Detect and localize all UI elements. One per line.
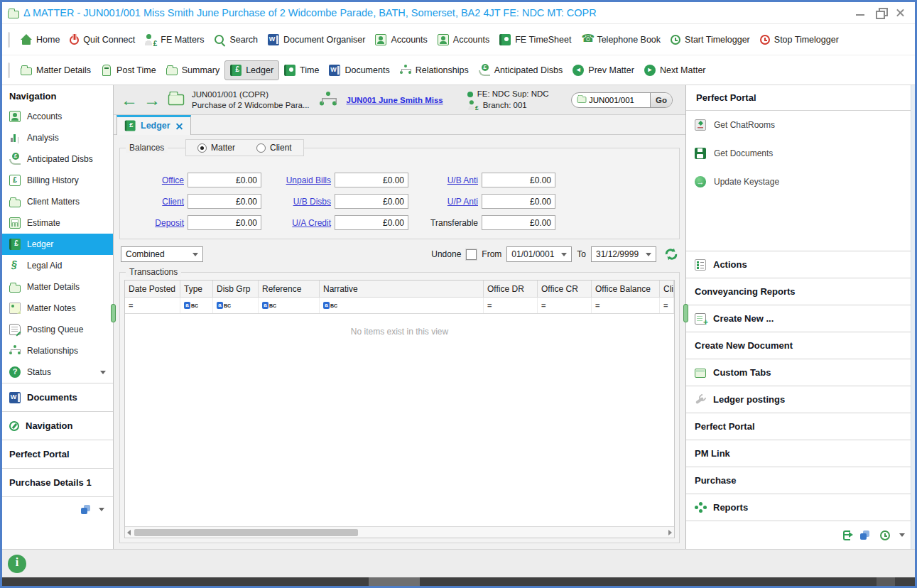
balance-link-office[interactable]: Office [130,175,184,185]
column-header-office-cr[interactable]: Office CR [538,281,592,297]
sidebar-item-relationships[interactable]: Relationships [2,340,113,361]
panel-purchase[interactable]: Purchase [686,467,915,494]
tab-ledger[interactable]: Ledger [116,115,191,135]
go-button[interactable]: Go [650,92,672,108]
column-header-date-posted[interactable]: Date Posted [125,281,180,297]
accounts-button[interactable]: Accounts [370,31,432,49]
scroll-right-icon[interactable] [668,530,672,535]
home-button[interactable]: Home [16,31,65,49]
to-date-input[interactable]: 31/12/9999 [591,246,656,262]
radio-client[interactable]: Client [256,143,292,153]
panel-perfect-portal[interactable]: Perfect Portal [686,413,915,440]
next-matter-button[interactable]: Next Matter [639,61,711,80]
column-header-narrative[interactable]: Narrative [320,281,484,297]
sidebar-item-client-matters[interactable]: Client Matters [2,191,113,212]
filter-type[interactable] [180,298,213,313]
right-scrollbar[interactable] [911,85,915,549]
sidebar-item-ledger[interactable]: Ledger [2,234,113,255]
ledger-button[interactable]: Ledger [224,60,279,80]
sidebar-item-billing-history[interactable]: Billing History [2,170,113,191]
balance-link-up-anti[interactable]: U/P Anti [424,197,478,207]
view-select[interactable]: Combined [121,246,203,262]
balance-value-up-anti[interactable]: £0.00 [482,194,555,209]
chevron-down-icon[interactable] [99,508,104,511]
sidebar-item-posting-queue[interactable]: Posting Queue [2,319,113,340]
post-time-button[interactable]: Post Time [96,61,161,80]
sidebar-item-anticipated-disbs[interactable]: Anticipated Disbs [2,148,113,170]
filter-disb-grp[interactable] [213,298,259,313]
scrollbar-thumb[interactable] [134,529,358,536]
clock-green-icon[interactable] [880,530,890,540]
sidebar-item-accounts[interactable]: Accounts [2,106,113,127]
scrollbar-track[interactable] [133,529,666,536]
balance-link-ub-anti[interactable]: U/B Anti [424,175,478,185]
panel-reports[interactable]: Reports [686,494,915,521]
sidebar-item-matter-details[interactable]: Matter Details [2,276,113,298]
filter-office-dr[interactable] [484,298,538,313]
balance-value-unpaid-bills[interactable]: £0.00 [335,173,408,187]
documents-button[interactable]: Documents [324,61,394,80]
balance-value-deposit[interactable]: £0.00 [188,215,261,230]
start-timelogger-button[interactable]: Start Timelogger [666,31,755,48]
balance-value-ub-anti[interactable]: £0.00 [482,173,555,187]
sidebar-section-purchase-details[interactable]: Purchase Details 1 [2,468,113,496]
panel-create-new-document[interactable]: Create New Document [686,332,915,359]
balance-value-client[interactable]: £0.00 [188,194,261,209]
sidebar-item-estimate[interactable]: Estimate [2,212,113,234]
back-arrow-icon[interactable]: ← [121,93,138,107]
summary-button[interactable]: Summary [161,61,224,79]
panel-ledger-postings[interactable]: Ledger postings [686,386,915,413]
get-documents-button[interactable]: Get Documents [686,139,915,168]
sidebar-item-status[interactable]: Status [2,361,113,383]
balance-link-ua-credit[interactable]: U/A Credit [277,218,331,228]
collapse-right-handle[interactable] [683,304,688,322]
scroll-left-icon[interactable] [127,530,131,535]
horizontal-scrollbar[interactable] [125,526,674,538]
panel-pm-link[interactable]: PM Link [686,440,915,467]
filter-office-balance[interactable] [592,298,660,313]
panel-custom-tabs[interactable]: Custom Tabs [686,359,915,386]
refresh-icon[interactable] [664,248,678,261]
panel-conveyancing-reports[interactable]: Conveyancing Reports [686,278,915,305]
balance-link-deposit[interactable]: Deposit [130,218,184,228]
anticipated-disbs-button[interactable]: Anticipated Disbs [474,61,568,80]
matter-details-button[interactable]: Matter Details [16,61,96,79]
sidebar-item-matter-notes[interactable]: Matter Notes [2,298,113,319]
column-header-reference[interactable]: Reference [259,281,320,297]
balance-value-office[interactable]: £0.00 [188,173,261,187]
balance-value-ub-disbs[interactable]: £0.00 [335,194,408,209]
collapse-left-handle[interactable] [111,304,116,322]
column-header-office-dr[interactable]: Office DR [484,281,538,297]
document-organiser-button[interactable]: Document Organiser [263,31,370,49]
column-header-office-balance[interactable]: Office Balance [592,281,660,297]
balance-value-ua-credit[interactable]: £0.00 [335,215,408,230]
undone-checkbox[interactable] [466,249,477,260]
minimize-icon[interactable] [851,6,869,20]
prev-matter-button[interactable]: Prev Matter [568,61,639,80]
get-chatrooms-button[interactable]: Get ChatRooms [686,111,915,139]
sidebar-section-perfect-portal[interactable]: Perfect Portal [2,440,113,468]
forward-arrow-icon[interactable]: → [143,93,161,107]
export-icon[interactable] [843,530,850,540]
panel-create-new[interactable]: Create New ... [686,305,915,332]
balance-link-ub-disbs[interactable]: U/B Disbs [277,197,331,207]
info-icon[interactable] [8,555,26,573]
sidebar-section-documents[interactable]: Documents [2,383,113,411]
filter-office-cr[interactable] [538,298,592,313]
filter-client[interactable] [660,298,674,313]
client-link[interactable]: JUN001 June Smith Miss [347,96,443,104]
balance-link-unpaid-bills[interactable]: Unpaid Bills [277,175,331,185]
filter-reference[interactable] [259,298,320,313]
panel-actions[interactable]: Actions [686,251,915,278]
quit-connect-button[interactable]: Quit Connect [65,31,140,48]
from-date-input[interactable]: 01/01/0001 [506,246,572,262]
column-header-client[interactable]: Cli [660,281,674,297]
filter-date-posted[interactable] [125,298,180,313]
radio-matter[interactable]: Matter [197,143,235,153]
update-keystage-button[interactable]: Update Keystage [686,168,915,196]
relationships-button[interactable]: Relationships [395,61,474,80]
stop-timelogger-button[interactable]: Stop Timelogger [755,31,844,48]
fe-timesheet-button[interactable]: FE TimeSheet [494,31,576,49]
close-icon[interactable] [891,6,909,20]
matter-search-input[interactable] [589,96,650,104]
